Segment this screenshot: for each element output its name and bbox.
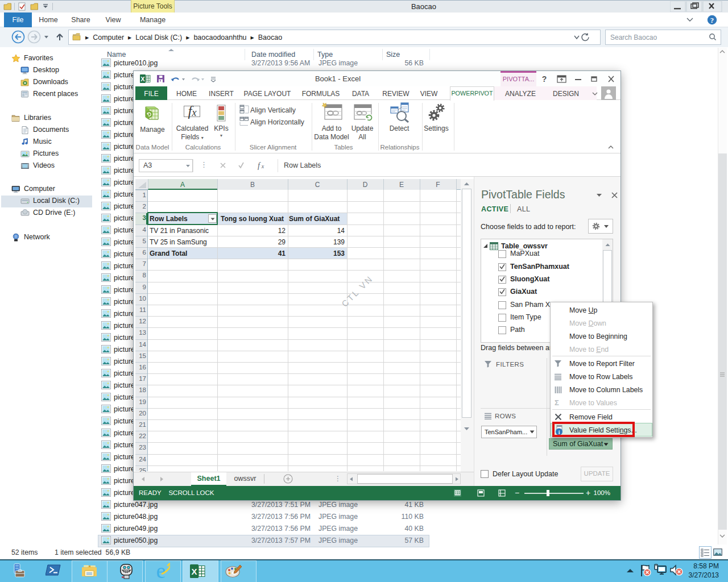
svg-text:x: x <box>261 163 264 169</box>
svg-text:e: e <box>156 563 166 580</box>
svg-text:X: X <box>191 567 197 576</box>
svg-text:?: ? <box>710 16 714 24</box>
svg-text:X: X <box>140 76 145 82</box>
svg-text:?: ? <box>542 74 547 84</box>
svg-text:f: f <box>258 161 261 170</box>
